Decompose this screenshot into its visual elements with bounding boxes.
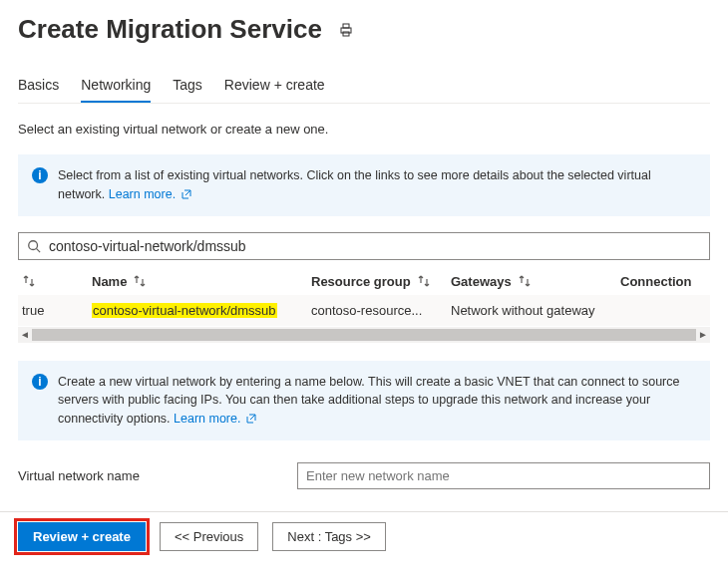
tab-networking[interactable]: Networking bbox=[81, 71, 151, 103]
cell-selected: true bbox=[22, 303, 92, 318]
next-button[interactable]: Next : Tags >> bbox=[272, 522, 386, 551]
cell-gateways: Network without gateway bbox=[451, 303, 620, 318]
col-resource-group[interactable]: Resource group bbox=[311, 274, 451, 289]
col-gateways[interactable]: Gateways bbox=[451, 274, 620, 289]
col-connections[interactable]: Connection bbox=[620, 274, 710, 289]
wizard-footer: Review + create << Previous Next : Tags … bbox=[0, 511, 728, 561]
tab-bar: Basics Networking Tags Review + create bbox=[18, 71, 710, 104]
print-icon[interactable] bbox=[338, 22, 354, 38]
sort-icon bbox=[518, 274, 532, 288]
vnet-name-row: Virtual network name bbox=[18, 462, 710, 489]
vnet-search-input[interactable] bbox=[47, 237, 701, 255]
info-existing-text: Select from a list of existing virtual n… bbox=[58, 166, 696, 204]
page-title: Create Migration Service bbox=[18, 14, 322, 45]
cell-name: contoso-virtual-network/dmssub bbox=[92, 303, 311, 318]
cell-resource-group: contoso-resource... bbox=[311, 303, 451, 318]
tab-basics[interactable]: Basics bbox=[18, 71, 59, 103]
info-existing-vnet: i Select from a list of existing virtual… bbox=[18, 154, 710, 216]
vnet-table: Name Resource group Gateways Connection … bbox=[18, 266, 710, 347]
info-create-vnet: i Create a new virtual network by enteri… bbox=[18, 361, 710, 440]
vnet-name-label: Virtual network name bbox=[18, 468, 297, 483]
col-selected[interactable] bbox=[22, 274, 92, 288]
table-header-row: Name Resource group Gateways Connection bbox=[18, 266, 710, 295]
info-icon: i bbox=[32, 374, 48, 390]
search-icon bbox=[27, 239, 41, 253]
svg-text:i: i bbox=[38, 375, 41, 389]
sort-icon bbox=[133, 274, 147, 288]
svg-text:i: i bbox=[38, 168, 41, 182]
tab-review-create[interactable]: Review + create bbox=[224, 71, 325, 103]
scroll-left-icon[interactable]: ◄ bbox=[20, 329, 30, 340]
info-icon: i bbox=[32, 167, 48, 183]
learn-more-create-link[interactable]: Learn more. bbox=[174, 412, 256, 426]
review-create-button[interactable]: Review + create bbox=[18, 522, 146, 551]
external-link-icon bbox=[182, 189, 191, 199]
scroll-thumb[interactable] bbox=[32, 329, 696, 341]
horizontal-scrollbar[interactable]: ◄ ► bbox=[18, 327, 710, 343]
previous-button[interactable]: << Previous bbox=[160, 522, 258, 551]
page-header: Create Migration Service bbox=[18, 14, 710, 45]
sort-icon bbox=[22, 274, 36, 288]
col-name[interactable]: Name bbox=[92, 274, 311, 289]
vnet-name-input[interactable] bbox=[297, 462, 710, 489]
section-instruction: Select an existing virtual network or cr… bbox=[18, 122, 710, 137]
svg-point-5 bbox=[29, 240, 38, 249]
svg-line-6 bbox=[37, 248, 41, 252]
external-link-icon bbox=[246, 414, 256, 424]
sort-icon bbox=[417, 274, 431, 288]
scroll-right-icon[interactable]: ► bbox=[698, 329, 708, 340]
table-row[interactable]: true contoso-virtual-network/dmssub cont… bbox=[18, 295, 710, 326]
svg-rect-1 bbox=[343, 24, 349, 28]
learn-more-existing-link[interactable]: Learn more. bbox=[109, 187, 191, 201]
tab-tags[interactable]: Tags bbox=[173, 71, 202, 103]
info-create-text: Create a new virtual network by entering… bbox=[58, 373, 696, 429]
vnet-search-box[interactable] bbox=[18, 232, 710, 260]
